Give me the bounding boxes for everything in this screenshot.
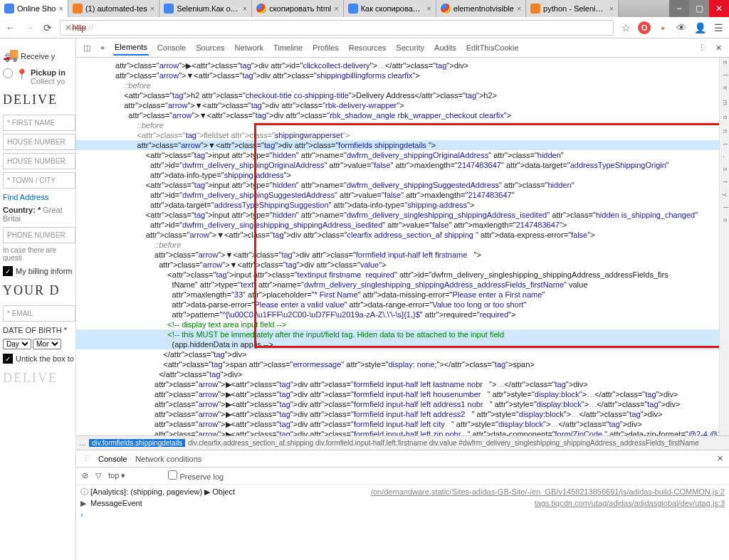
tree-line[interactable]: attr">id="dwfrm_delivery_shippingOrigina… xyxy=(76,160,719,170)
tree-line[interactable]: attr">class="arrow">▶<attr">class="tag">… xyxy=(76,379,719,389)
minimize-button[interactable]: − xyxy=(669,0,689,17)
more-icon[interactable]: ⋮ xyxy=(696,41,707,56)
network-tab[interactable]: Network xyxy=(234,41,265,55)
tree-line[interactable]: attr">class="arrow">▼<attr">class="tag">… xyxy=(76,140,719,150)
console-output[interactable]: ⓘ[Analytics]: (shipping, pageview) ▶ Obj… xyxy=(76,485,729,560)
tree-line[interactable]: attr">pattern="^[\u00C0-\u1FFF\u2C00-\uD… xyxy=(76,310,719,319)
bookmark-icon[interactable]: ☆ xyxy=(619,21,632,34)
context-select[interactable]: top ▾ xyxy=(108,471,125,480)
tree-line[interactable]: attr">maxlength="33" attr">placeholder="… xyxy=(76,290,719,300)
audits-tab[interactable]: Audits xyxy=(433,41,458,55)
tree-line[interactable]: attr">class="arrow">▶<attr">class="tag">… xyxy=(76,409,719,419)
console-tab[interactable]: Console xyxy=(156,41,187,55)
tree-line[interactable]: attr">id="dwfrm_delivery_singleshipping_… xyxy=(76,220,719,230)
close-icon[interactable]: × xyxy=(609,4,614,13)
tree-line[interactable]: attr">class="arrow">▼<attr">class="tag">… xyxy=(76,100,719,110)
tab-2[interactable]: Selenium.Как отпр× xyxy=(159,0,252,17)
tree-line[interactable]: attr">class="arrow">▼<attr">class="tag">… xyxy=(76,250,719,260)
user-icon[interactable]: 👤 xyxy=(693,21,706,34)
tree-line[interactable]: attr">data-parse-error="Please enter a v… xyxy=(76,300,719,310)
close-icon[interactable]: × xyxy=(58,4,63,13)
breadcrumb[interactable]: … div.formfields.shippingdetails div.cle… xyxy=(76,435,729,450)
clear-console-icon[interactable]: ⊘ xyxy=(82,471,88,480)
device-icon[interactable]: ⌖ xyxy=(99,41,106,56)
tree-line[interactable]: <!-- this MUST be immediately after the … xyxy=(76,329,719,339)
console-prompt[interactable]: › xyxy=(80,509,725,520)
drawer-console-tab[interactable]: Console xyxy=(98,455,127,463)
tree-line[interactable]: attr">class="arrow">▶<attr">class="tag">… xyxy=(76,399,719,409)
find-address-link[interactable]: Find Address xyxy=(3,193,75,201)
close-icon[interactable]: × xyxy=(243,4,247,13)
forward-button[interactable]: → xyxy=(23,21,36,34)
opera-icon[interactable]: O xyxy=(638,21,651,34)
tree-line[interactable]: <attr">class="tag">span attr">class="err… xyxy=(76,359,719,369)
firstname-input[interactable]: * FIRST NAME xyxy=(3,115,75,131)
tab-3[interactable]: скопировать html× xyxy=(252,0,344,17)
tree-line[interactable]: <attr">class="tag">input attr">type="hid… xyxy=(76,150,719,160)
filter-icon[interactable]: ▽ xyxy=(95,471,101,480)
tree-line[interactable]: <attr">class="tag">input attr">class="te… xyxy=(76,270,719,280)
tree-line[interactable]: </attr">class="tag">div> xyxy=(76,349,719,359)
expand-icon[interactable]: ▶ xyxy=(80,497,90,509)
profiles-tab[interactable]: Profiles xyxy=(311,41,340,55)
source-link[interactable]: tags.tiqcdn.com/utag/adidas/adidasglobal… xyxy=(535,497,725,509)
house2-input[interactable]: HOUSE NUMBER xyxy=(3,153,75,169)
drawer-close-icon[interactable]: ✕ xyxy=(717,454,723,463)
tree-line[interactable]: <attr">class="tag">input attr">type="hid… xyxy=(76,180,719,190)
drawer-toggle-icon[interactable]: ⋮ xyxy=(82,454,90,463)
menu-icon[interactable]: ☰ xyxy=(712,21,725,34)
preserve-log-checkbox[interactable]: Preserve log xyxy=(168,470,224,481)
cookie-icon[interactable]: ● xyxy=(656,21,669,34)
eye-icon[interactable]: 👁 xyxy=(675,21,688,34)
tree-line[interactable]: attr">data-info-type="shipping-address"> xyxy=(76,170,719,180)
email-input[interactable]: * EMAIL xyxy=(3,305,75,322)
close-button[interactable]: ✕ xyxy=(709,0,729,17)
security-tab[interactable]: Security xyxy=(394,41,426,55)
tree-line[interactable]: attr">class="arrow">▶<attr">class="tag">… xyxy=(76,60,719,70)
tree-line[interactable]: attr">class="arrow">▶<attr">class="tag">… xyxy=(76,429,719,435)
tree-line[interactable]: ::before xyxy=(76,80,719,90)
tree-line[interactable]: ::before xyxy=(76,240,719,250)
house-input[interactable]: HOUSE NUMBER xyxy=(3,134,75,150)
tree-line[interactable]: attr">class="arrow">▶<attr">class="tag">… xyxy=(76,389,719,399)
tree-line[interactable]: <attr">class="tag">h2 attr">class="check… xyxy=(76,90,719,100)
tree-line[interactable]: attr">class="arrow">▼<attr">class="tag">… xyxy=(76,110,719,120)
editcookie-tab[interactable]: EditThisCookie xyxy=(465,41,520,55)
reload-button[interactable]: ⟳ xyxy=(41,21,54,34)
inspect-icon[interactable]: ◫ xyxy=(82,41,92,56)
radio-icon[interactable] xyxy=(3,68,13,78)
tree-line[interactable]: attr">class="arrow">▶<attr">class="tag">… xyxy=(76,419,719,429)
close-icon[interactable]: × xyxy=(517,4,521,13)
timeline-tab[interactable]: Timeline xyxy=(272,41,304,55)
breadcrumb-selected[interactable]: div.formfields.shippingdetails xyxy=(89,439,185,447)
drawer-network-tab[interactable]: Network conditions xyxy=(135,455,201,463)
tree-line[interactable]: </attr">class="tag">div> xyxy=(76,369,719,379)
dob-month[interactable]: Month xyxy=(33,339,61,349)
dob-day[interactable]: Day xyxy=(3,339,31,349)
tab-1[interactable]: (1) automated-tes× xyxy=(68,0,159,17)
town-input[interactable]: * TOWN / CITY xyxy=(3,172,75,189)
source-link[interactable]: /on/demandware.static/Sites-adidas-GB-Si… xyxy=(371,486,725,497)
tree-line[interactable]: ::before xyxy=(76,120,719,130)
tree-line[interactable]: <attr">class="tag">input attr">type="hid… xyxy=(76,210,719,220)
devtools-close-icon[interactable]: ✕ xyxy=(714,41,723,56)
styles-pane-collapsed[interactable]: e l e m e n t . s t y l e xyxy=(719,58,729,435)
close-icon[interactable]: × xyxy=(150,4,154,13)
tree-line[interactable]: tName" attr">type="text" attr">name="dwf… xyxy=(76,280,719,290)
untick-checkbox[interactable]: ✓ xyxy=(3,354,13,364)
tree-line[interactable]: <attr">class="tag">fieldset attr">class=… xyxy=(76,130,719,140)
tree-line[interactable]: attr">class="arrow">▼<attr">class="tag">… xyxy=(76,260,719,270)
tree-line[interactable]: <!-- display text area input field --> xyxy=(76,319,719,329)
tab-0[interactable]: Online Sho× xyxy=(0,0,68,17)
tab-6[interactable]: python - Selenium× xyxy=(526,0,619,17)
back-button[interactable]: ← xyxy=(4,21,17,34)
billing-checkbox[interactable]: ✓ xyxy=(3,266,13,276)
tree-line[interactable]: attr">class="arrow">▼<attr">class="tag">… xyxy=(76,230,719,240)
maximize-button[interactable]: ▢ xyxy=(689,0,709,17)
close-icon[interactable]: × xyxy=(426,4,431,13)
phone-input[interactable]: PHONE NUMBER xyxy=(3,227,75,243)
tree-line[interactable]: (app.hiddenData in app.js --> xyxy=(76,339,719,349)
tree-line[interactable]: attr">data-target="addressTypeShippingSu… xyxy=(76,200,719,210)
close-icon[interactable]: × xyxy=(334,4,338,13)
address-input[interactable]: ✕ http:// xyxy=(60,20,614,36)
